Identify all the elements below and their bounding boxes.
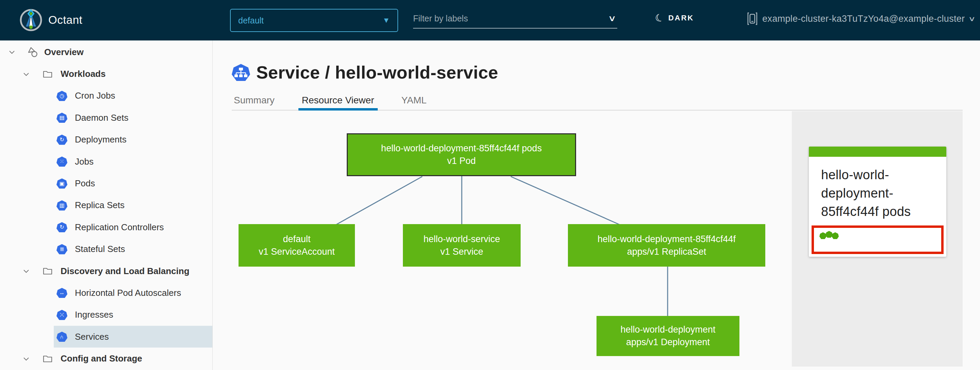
label-filter-input[interactable] xyxy=(413,14,609,24)
ingresses-icon: ⤫ xyxy=(56,310,67,320)
node-kind: apps/v1 Deployment xyxy=(626,336,710,349)
node-kind: v1 ServiceAccount xyxy=(259,246,335,258)
graph-node-deployment[interactable]: hello-world-deployment apps/v1 Deploymen… xyxy=(597,316,740,356)
sidebar-item-label: Horizontal Pod Autoscalers xyxy=(75,288,181,298)
deployments-icon: ↻ xyxy=(56,135,67,145)
sidebar-item-label: Pods xyxy=(75,178,95,189)
sidebar-item-services[interactable]: ⑂ Services xyxy=(0,326,212,348)
octant-logo-icon xyxy=(20,9,42,31)
label-filter: ∨ xyxy=(413,9,617,29)
tab-summary[interactable]: Summary xyxy=(232,95,277,106)
sidebar-item-label: Replication Controllers xyxy=(75,222,164,233)
main-content: Service / hello-world-service Summary Re… xyxy=(213,40,980,370)
sidebar-item-label: Ingresses xyxy=(75,310,113,320)
node-name: hello-world-deployment xyxy=(620,323,715,336)
jobs-icon: ⁙ xyxy=(56,156,67,167)
sidebar-item-ingresses[interactable]: ⤫ Ingresses xyxy=(0,304,212,326)
namespace-select[interactable]: default ▼ xyxy=(230,9,398,32)
node-kind: v1 Pod xyxy=(447,155,476,167)
stateful-sets-icon: ≣ xyxy=(56,244,67,254)
node-name: hello-world-service xyxy=(423,233,500,246)
cron-jobs-icon: ◷ xyxy=(56,91,67,101)
sidebar-item-horizontal-pod-autoscalers[interactable]: ↔ Horizontal Pod Autoscalers xyxy=(0,282,212,304)
node-name: hello-world-deployment-85ff4cf44f pods xyxy=(381,142,542,155)
chevron-down-icon[interactable] xyxy=(22,70,30,78)
node-detail-panel: hello-world-deployment-85ff4cf44f pods xyxy=(792,111,963,367)
graph-node-serviceaccount[interactable]: default v1 ServiceAccount xyxy=(239,224,355,267)
namespace-value: default xyxy=(238,16,264,25)
card-status-bar xyxy=(809,146,946,157)
replica-sets-icon: ▥ xyxy=(56,200,67,211)
tab-resource-viewer[interactable]: Resource Viewer xyxy=(300,95,376,106)
app-header: Octant default ▼ ∨ ☾ DARK example-cluste… xyxy=(0,0,980,40)
page-title: Service / hello-world-service xyxy=(256,62,498,83)
graph-node-replicaset[interactable]: hello-world-deployment-85ff4cf44f apps/v… xyxy=(568,224,765,267)
pods-icon: ▣ xyxy=(56,179,67,189)
sidebar-item-overview[interactable]: Overview xyxy=(0,41,212,63)
sidebar-group-discovery-and-load-balancing[interactable]: Discovery and Load Balancing xyxy=(0,260,212,282)
chevron-down-icon[interactable] xyxy=(8,48,16,56)
node-kind: v1 Service xyxy=(440,246,483,258)
sidebar-group-label: Workloads xyxy=(60,69,105,79)
pod-status-dot xyxy=(826,231,833,238)
theme-toggle[interactable]: ☾ DARK xyxy=(655,13,694,23)
navigation-sidebar: Overview Workloads ◷ Cron Jobs ▤ Daemon … xyxy=(0,40,213,370)
sidebar-item-stateful-sets[interactable]: ≣ Stateful Sets xyxy=(0,238,212,260)
sidebar-group-workloads[interactable]: Workloads xyxy=(0,63,212,85)
graph-node-service[interactable]: hello-world-service v1 Service xyxy=(403,224,520,267)
services-icon: ⑂ xyxy=(56,332,67,342)
sidebar-item-label: Replica Sets xyxy=(75,200,124,211)
service-resource-icon xyxy=(232,64,250,81)
sidebar-item-pods[interactable]: ▣ Pods xyxy=(0,172,212,194)
tab-bar: Summary Resource Viewer YAML xyxy=(232,95,963,111)
sidebar-item-label: Stateful Sets xyxy=(75,244,125,254)
node-kind: apps/v1 ReplicaSet xyxy=(627,246,706,258)
horizontal-pod-autoscalers-icon: ↔ xyxy=(56,288,67,298)
folder-icon xyxy=(43,355,52,363)
sidebar-item-label: Overview xyxy=(44,47,84,57)
sidebar-item-label: Deployments xyxy=(75,134,127,145)
folder-icon xyxy=(43,267,52,275)
pod-status-dot xyxy=(819,232,827,239)
overview-icon xyxy=(27,47,38,57)
chevron-down-icon[interactable] xyxy=(22,267,30,275)
pod-status-box[interactable] xyxy=(811,225,943,254)
theme-toggle-label: DARK xyxy=(668,14,694,22)
sidebar-item-deployments[interactable]: ↻ Deployments xyxy=(0,129,212,151)
sidebar-item-daemon-sets[interactable]: ▤ Daemon Sets xyxy=(0,107,212,129)
card-title: hello-world-deployment-85ff4cf44f pods xyxy=(809,157,946,225)
resource-viewer-graph: hello-world-deployment-85ff4cf44f pods v… xyxy=(213,111,980,367)
app-title: Octant xyxy=(48,14,82,27)
node-detail-card: hello-world-deployment-85ff4cf44f pods xyxy=(809,146,946,257)
sidebar-item-label: Services xyxy=(75,332,109,342)
sidebar-item-replica-sets[interactable]: ▥ Replica Sets xyxy=(0,195,212,216)
tab-yaml[interactable]: YAML xyxy=(399,95,429,106)
sidebar-group-label: Config and Storage xyxy=(60,353,142,364)
graph-node-pod[interactable]: hello-world-deployment-85ff4cf44f pods v… xyxy=(347,133,576,176)
sidebar-item-cron-jobs[interactable]: ◷ Cron Jobs xyxy=(0,85,212,107)
sidebar-item-jobs[interactable]: ⁙ Jobs xyxy=(0,151,212,172)
filter-chevron-down-icon[interactable]: ∨ xyxy=(608,14,617,23)
node-name: default xyxy=(283,233,310,246)
sidebar-group-label: Discovery and Load Balancing xyxy=(60,266,189,276)
sidebar-item-replication-controllers[interactable]: ↻ Replication Controllers xyxy=(0,216,212,238)
folder-icon xyxy=(43,70,52,78)
cluster-icon xyxy=(747,12,757,25)
cluster-name: example-cluster-ka3TuTzYo4a@example-clus… xyxy=(762,14,965,24)
daemon-sets-icon: ▤ xyxy=(56,113,67,123)
moon-icon: ☾ xyxy=(654,12,666,24)
chevron-down-icon[interactable] xyxy=(22,355,30,362)
pod-status-dot xyxy=(832,232,839,239)
sidebar-item-label: Daemon Sets xyxy=(75,113,129,123)
sidebar-group-config-and-storage[interactable]: Config and Storage xyxy=(0,348,212,369)
namespace-caret-icon: ▼ xyxy=(382,16,390,25)
replication-controllers-icon: ↻ xyxy=(56,222,67,232)
sidebar-item-label: Jobs xyxy=(75,156,94,167)
node-name: hello-world-deployment-85ff4cf44f xyxy=(598,233,736,246)
cluster-chevron-down-icon: ∨ xyxy=(969,14,976,23)
cluster-selector[interactable]: example-cluster-ka3TuTzYo4a@example-clus… xyxy=(747,12,975,25)
sidebar-item-label: Cron Jobs xyxy=(75,91,115,101)
